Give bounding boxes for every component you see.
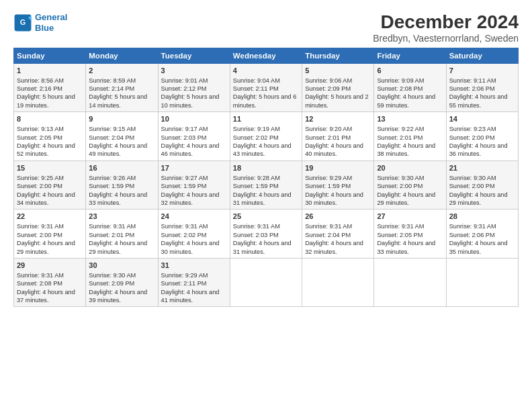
daylight: Daylight: 4 hours and 37 minutes. (17, 289, 75, 304)
logo-line1: General (35, 12, 67, 22)
calendar-page: G General Blue December 2024 Bredbyn, Va… (0, 0, 532, 411)
daylight: Daylight: 4 hours and 49 minutes. (89, 142, 147, 157)
day-number: 29 (17, 261, 83, 271)
daylight: Daylight: 4 hours and 33 minutes. (89, 191, 147, 206)
sunset: Sunset: 2:00 PM (17, 183, 62, 189)
sunset: Sunset: 2:05 PM (17, 134, 62, 141)
day-cell: 15Sunrise: 9:25 AMSunset: 2:00 PMDayligh… (14, 161, 86, 210)
day-cell: 9Sunrise: 9:15 AMSunset: 2:04 PMDaylight… (86, 112, 158, 161)
daylight: Daylight: 4 hours and 41 minutes. (161, 289, 220, 304)
day-number: 12 (305, 114, 371, 124)
daylight: Daylight: 4 hours and 30 minutes. (305, 191, 363, 206)
subtitle: Bredbyn, Vaesternorrland, Sweden (373, 33, 519, 44)
daylight: Daylight: 4 hours and 39 minutes. (89, 289, 147, 304)
sunrise: Sunrise: 9:28 AM (233, 175, 280, 181)
day-number: 6 (377, 66, 443, 76)
sunset: Sunset: 2:04 PM (305, 232, 351, 238)
day-cell: 4Sunrise: 9:04 AMSunset: 2:11 PMDaylight… (230, 63, 302, 112)
sunset: Sunset: 1:59 PM (89, 183, 134, 189)
main-title: December 2024 (373, 12, 519, 33)
col-saturday: Saturday (446, 48, 518, 63)
sunset: Sunset: 2:03 PM (233, 232, 279, 238)
sunrise: Sunrise: 9:25 AM (17, 175, 64, 181)
sunset: Sunset: 2:16 PM (17, 85, 62, 92)
day-number: 27 (377, 212, 443, 222)
day-number: 7 (449, 66, 515, 76)
day-cell: 16Sunrise: 9:26 AMSunset: 1:59 PMDayligh… (86, 161, 158, 210)
day-number: 14 (449, 114, 515, 124)
day-cell: 13Sunrise: 9:22 AMSunset: 2:01 PMDayligh… (374, 112, 446, 161)
day-number: 8 (17, 114, 83, 124)
col-friday: Friday (374, 48, 446, 63)
sunset: Sunset: 2:01 PM (89, 232, 134, 238)
sunset: Sunset: 2:14 PM (89, 85, 134, 92)
sunset: Sunset: 2:09 PM (305, 85, 351, 92)
day-number: 15 (17, 163, 83, 173)
day-number: 10 (161, 114, 227, 124)
sunrise: Sunrise: 9:31 AM (233, 223, 280, 230)
day-cell: 10Sunrise: 9:17 AMSunset: 2:03 PMDayligh… (158, 112, 230, 161)
sunrise: Sunrise: 9:04 AM (233, 77, 280, 84)
col-wednesday: Wednesday (230, 48, 302, 63)
sunset: Sunset: 2:06 PM (449, 85, 495, 92)
week-row-3: 15Sunrise: 9:25 AMSunset: 2:00 PMDayligh… (14, 161, 519, 210)
day-number: 31 (161, 261, 227, 271)
sunrise: Sunrise: 9:11 AM (449, 77, 496, 84)
sunrise: Sunrise: 9:31 AM (377, 223, 424, 230)
sunset: Sunset: 2:00 PM (449, 183, 495, 189)
day-cell: 5Sunrise: 9:06 AMSunset: 2:09 PMDaylight… (302, 63, 374, 112)
header-row: Sunday Monday Tuesday Wednesday Thursday… (14, 48, 519, 63)
day-number: 19 (305, 163, 371, 173)
day-cell: 11Sunrise: 9:19 AMSunset: 2:02 PMDayligh… (230, 112, 302, 161)
sunset: Sunset: 2:01 PM (305, 134, 351, 141)
sunrise: Sunrise: 9:31 AM (17, 272, 64, 279)
daylight: Daylight: 4 hours and 29 minutes. (377, 191, 435, 206)
sunrise: Sunrise: 9:27 AM (161, 175, 208, 181)
day-number: 26 (305, 212, 371, 222)
week-row-5: 29Sunrise: 9:31 AMSunset: 2:08 PMDayligh… (14, 258, 519, 307)
daylight: Daylight: 4 hours and 43 minutes. (233, 142, 292, 157)
day-cell: 26Sunrise: 9:31 AMSunset: 2:04 PMDayligh… (302, 210, 374, 259)
sunrise: Sunrise: 9:31 AM (305, 223, 352, 230)
daylight: Daylight: 4 hours and 31 minutes. (233, 240, 292, 255)
col-monday: Monday (86, 48, 158, 63)
day-number: 4 (233, 66, 299, 76)
sunrise: Sunrise: 9:17 AM (161, 126, 208, 132)
daylight: Daylight: 4 hours and 33 minutes. (377, 240, 435, 255)
header: G General Blue December 2024 Bredbyn, Va… (13, 12, 519, 44)
daylight: Daylight: 5 hours and 6 minutes. (233, 93, 297, 108)
day-cell: 22Sunrise: 9:31 AMSunset: 2:00 PMDayligh… (14, 210, 86, 259)
sunset: Sunset: 2:01 PM (377, 134, 423, 141)
sunrise: Sunrise: 9:23 AM (449, 126, 496, 132)
sunrise: Sunrise: 9:15 AM (89, 126, 136, 132)
sunrise: Sunrise: 9:31 AM (89, 223, 136, 230)
day-number: 30 (89, 261, 154, 271)
sunset: Sunset: 2:08 PM (377, 85, 423, 92)
day-cell (302, 258, 374, 307)
day-number: 18 (233, 163, 299, 173)
day-number: 2 (89, 66, 154, 76)
day-number: 5 (305, 66, 371, 76)
sunrise: Sunrise: 9:29 AM (305, 175, 352, 181)
sunrise: Sunrise: 9:20 AM (305, 126, 352, 132)
day-number: 16 (89, 163, 154, 173)
col-tuesday: Tuesday (158, 48, 230, 63)
day-number: 25 (233, 212, 299, 222)
day-cell: 25Sunrise: 9:31 AMSunset: 2:03 PMDayligh… (230, 210, 302, 259)
day-cell: 14Sunrise: 9:23 AMSunset: 2:00 PMDayligh… (446, 112, 518, 161)
sunset: Sunset: 2:11 PM (161, 280, 207, 287)
day-cell (230, 258, 302, 307)
sunset: Sunset: 2:02 PM (233, 134, 279, 141)
sunset: Sunset: 1:59 PM (233, 183, 279, 189)
sunrise: Sunrise: 9:29 AM (161, 272, 208, 279)
daylight: Daylight: 4 hours and 46 minutes. (161, 142, 220, 157)
daylight: Daylight: 4 hours and 30 minutes. (161, 240, 220, 255)
sunrise: Sunrise: 9:30 AM (377, 175, 424, 181)
sunrise: Sunrise: 8:59 AM (89, 77, 136, 84)
day-cell: 8Sunrise: 9:13 AMSunset: 2:05 PMDaylight… (14, 112, 86, 161)
day-number: 1 (17, 66, 83, 76)
sunrise: Sunrise: 9:13 AM (17, 126, 64, 132)
daylight: Daylight: 5 hours and 19 minutes. (17, 93, 75, 108)
daylight: Daylight: 4 hours and 29 minutes. (449, 191, 508, 206)
sunrise: Sunrise: 9:06 AM (305, 77, 352, 84)
